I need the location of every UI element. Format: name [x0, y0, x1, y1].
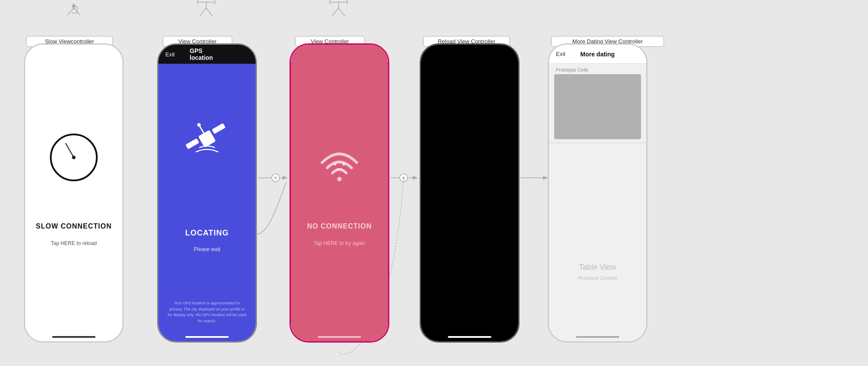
prototype-cell-image [554, 74, 641, 139]
notch-slow [48, 45, 100, 57]
cell-divider [549, 143, 646, 143]
screen-gps: Exit GPS location [158, 45, 256, 341]
gps-title: GPS location [183, 45, 231, 64]
moredating-title: More dating [573, 45, 622, 64]
canvas: ⊕ ⊕ Slow Viewcontroller [0, 0, 868, 366]
home-indicator-noconn [318, 336, 361, 338]
screen-reload [421, 45, 518, 341]
gps-topbar: Exit GPS location [158, 45, 256, 64]
svg-point-16 [342, 163, 345, 166]
notch-reload [444, 45, 496, 57]
screen-noconn: NO CONNECTION Tap HERE to try again [291, 45, 388, 341]
satellite-icon-wrapper [183, 115, 231, 164]
notch-noconn [313, 45, 365, 57]
svg-rect-10 [185, 138, 199, 149]
svg-line-12 [200, 126, 204, 133]
screen-slow: SLOW CONNECTION Tap HERE to reload [25, 45, 122, 341]
locating-text: LOCATING [158, 229, 256, 238]
slow-connection-text: SLOW CONNECTION [25, 222, 122, 230]
home-indicator-gps [185, 336, 229, 338]
no-connection-text: NO CONNECTION [291, 222, 388, 230]
prototype-content-label: Prototype Content [549, 275, 646, 281]
phone-noconn: NO CONNECTION Tap HERE to try again [289, 43, 389, 343]
please-wait-text: Please wait [158, 246, 256, 252]
svg-point-15 [334, 163, 336, 166]
svg-point-6 [400, 174, 408, 182]
clock-circle [50, 134, 98, 181]
phone-moredating: Exit More dating Prototype Cells Table V… [548, 43, 648, 343]
table-view-label: Table View [549, 263, 646, 272]
tap-reload-text[interactable]: Tap HERE to reload [25, 240, 122, 246]
phone-slow: SLOW CONNECTION Tap HERE to reload [24, 43, 124, 343]
phone-reload [420, 43, 519, 343]
home-indicator-slow [52, 336, 95, 338]
clock-icon [50, 134, 98, 181]
svg-text:⊕: ⊕ [274, 176, 277, 180]
svg-point-14 [337, 177, 342, 181]
screen-moredating: Exit More dating Prototype Cells Table V… [549, 45, 646, 341]
home-indicator-moredating [576, 336, 619, 338]
gps-bottom-text: Your GPS location is approximated for pr… [167, 301, 247, 324]
svg-text:⊕: ⊕ [402, 176, 405, 180]
wifi-face-icon-wrapper [318, 141, 361, 186]
svg-rect-9 [198, 130, 216, 147]
phone-gps: Exit GPS location [157, 43, 257, 343]
tap-again-text[interactable]: Tap HERE to try again [291, 240, 388, 246]
prototype-cells-label: Prototype Cells [556, 67, 589, 72]
svg-rect-11 [212, 123, 226, 134]
home-indicator-reload [448, 336, 491, 338]
moredating-topbar: Exit More dating [549, 45, 646, 64]
wifi-face-icon [318, 141, 361, 184]
clock-dot [72, 156, 76, 159]
svg-point-3 [272, 174, 279, 182]
satellite-icon [183, 115, 231, 163]
